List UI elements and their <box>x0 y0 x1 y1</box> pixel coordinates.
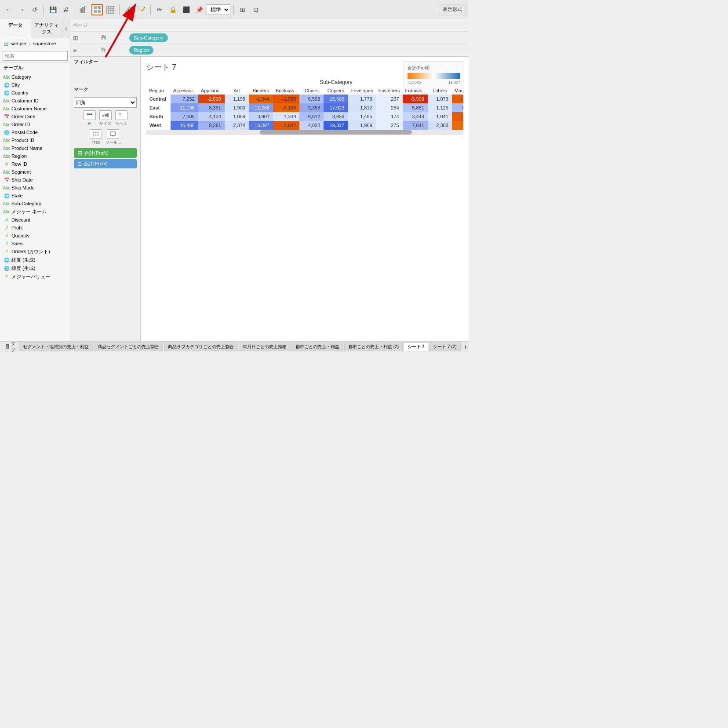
cell-value[interactable]: 16,097 <box>249 121 273 130</box>
marks-pill-color[interactable]: ⊞ 合計(Profit) <box>74 148 137 158</box>
marks-size-btn[interactable]: サイズ <box>99 110 112 127</box>
cell-value[interactable]: -2,639 <box>198 95 225 103</box>
marks-pill-table[interactable]: ⊟ 合計(Profit) <box>74 159 137 168</box>
field-ShipDate[interactable]: 📅 Ship Date <box>0 176 70 184</box>
cell-value[interactable]: 4,028 <box>299 121 324 130</box>
marks-type-select[interactable]: 四角 <box>74 97 137 108</box>
cell-value[interactable]: 237 <box>376 95 403 103</box>
cell-value[interactable]: 1,900 <box>225 103 249 112</box>
sidebar-collapse-btn[interactable]: ‹ <box>62 19 70 38</box>
columns-pill[interactable]: Sub-Category <box>129 33 168 42</box>
cell-value[interactable]: 275 <box>376 121 403 130</box>
field-Longitude[interactable]: 🌐 経度 (生成) <box>0 256 70 264</box>
cell-value[interactable]: 1,812 <box>348 103 375 112</box>
cell-value[interactable]: -1,486 <box>452 95 463 103</box>
cell-value[interactable]: 2,374 <box>225 121 249 130</box>
toolbar-chart2-btn[interactable] <box>91 4 103 15</box>
cell-value[interactable]: -1,647 <box>273 121 299 130</box>
field-PostalCode[interactable]: 🌐 Postal Code <box>0 128 70 136</box>
cell-value[interactable]: -1,168 <box>273 103 299 112</box>
cell-value[interactable]: 3,901 <box>249 112 273 121</box>
cell-value[interactable]: 3,443 <box>403 112 428 121</box>
field-City[interactable]: 🌐 City <box>0 81 70 89</box>
cell-value[interactable]: -1,439 <box>452 112 463 121</box>
cell-value[interactable]: 17,023 <box>324 103 348 112</box>
cell-value[interactable]: 1,073 <box>428 95 452 103</box>
field-Sales[interactable]: # Sales <box>0 240 70 248</box>
rows-pill[interactable]: Region <box>129 46 153 55</box>
datasource-tab[interactable]: 🗄 データソース <box>2 341 19 352</box>
cell-value[interactable]: 2,303 <box>428 121 452 130</box>
marks-detail-btn[interactable]: 詳細 <box>90 129 102 146</box>
cell-value[interactable]: 15,609 <box>324 95 348 103</box>
field-Profit[interactable]: # Profit <box>0 224 70 232</box>
cell-value[interactable]: 1,778 <box>348 95 375 103</box>
toolbar-link-btn[interactable]: 🔗 <box>123 4 134 15</box>
toolbar-text-btn[interactable]: 📝 <box>136 4 147 15</box>
table-row[interactable]: East11,1968,3911,90011,268-1,1689,35817,… <box>146 103 463 112</box>
field-OrdersCount[interactable]: # Orders (カウント) <box>0 248 70 256</box>
toolbar-print-btn[interactable]: 🖨 <box>60 4 72 15</box>
bottom-tab-item[interactable]: シート 7 (2) <box>429 342 460 351</box>
bottom-tab-item[interactable]: セグメント・地域別の売上・利益 <box>19 342 93 351</box>
cell-value[interactable]: 7,252 <box>171 95 198 103</box>
field-Category[interactable]: Abc Category <box>0 73 70 81</box>
cell-value[interactable]: 1,195 <box>225 95 249 103</box>
toolbar-back-btn[interactable]: ← <box>3 4 14 15</box>
bottom-tab-item[interactable]: 商品サブカテゴリごとの売上割合 <box>164 342 238 351</box>
cell-value[interactable]: 264 <box>376 103 403 112</box>
cell-value[interactable]: 1,909 <box>348 121 375 130</box>
field-CustomerID[interactable]: Abc Customer ID <box>0 97 70 105</box>
toolbar-pen-btn[interactable]: ✏ <box>154 4 165 15</box>
search-input[interactable] <box>3 51 68 61</box>
cell-value[interactable]: 3,659 <box>324 112 348 121</box>
field-Region[interactable]: Abc Region <box>0 152 70 160</box>
field-OrderDate[interactable]: 📅 Order Date <box>0 113 70 120</box>
bottom-tab-item[interactable]: 商品セグメントごとの売上割合 <box>94 342 163 351</box>
toolbar-highlight-btn[interactable]: ⬛ <box>180 4 192 15</box>
field-ProductName[interactable]: Abc Product Name <box>0 144 70 152</box>
toolbar-pin-btn[interactable]: 📌 <box>193 4 205 15</box>
toolbar-eraser-btn[interactable]: 🔒 <box>167 4 178 15</box>
marks-color-btn[interactable]: 色 <box>84 110 96 127</box>
cell-value[interactable]: 1,129 <box>428 103 452 112</box>
cell-value[interactable]: 1,041 <box>428 112 452 121</box>
toolbar-fit-btn[interactable]: ⊡ <box>250 4 262 15</box>
table-row[interactable]: Central7,252-2,6391,195-1,044-1,9986,593… <box>146 95 463 103</box>
field-ProductID[interactable]: Abc Product ID <box>0 136 70 144</box>
bottom-tab-item[interactable]: 年月日ごとの売上推移 <box>239 342 291 351</box>
field-Quantity[interactable]: # Quantity <box>0 232 70 240</box>
toolbar-forward-btn[interactable]: → <box>16 4 27 15</box>
field-Country[interactable]: 🌐 Country <box>0 89 70 97</box>
tab-add-icon[interactable]: + <box>461 342 469 351</box>
field-MajorValue[interactable]: # メジャーバリュー <box>0 273 70 281</box>
cell-value[interactable]: 6,593 <box>299 95 324 103</box>
field-OrderID[interactable]: Abc Order ID <box>0 120 70 128</box>
field-SubCategory[interactable]: Abc Sub-Category <box>0 200 70 207</box>
toolbar-refresh-btn[interactable]: ↺ <box>29 4 40 15</box>
cell-value[interactable]: -3,906 <box>403 95 428 103</box>
field-Latitude[interactable]: 🌐 緯度 (生成) <box>0 264 70 273</box>
cell-value[interactable]: 8,391 <box>198 103 225 112</box>
cell-value[interactable]: -1,044 <box>249 95 273 103</box>
cell-value[interactable]: 7,641 <box>403 121 428 130</box>
bottom-tab-item[interactable]: 都市ごとの売上・利益 <box>291 342 343 351</box>
cell-value[interactable]: 9,358 <box>299 103 324 112</box>
display-format-btn[interactable]: 表示形式 <box>439 4 466 15</box>
toolbar-chart3-btn[interactable] <box>105 4 116 15</box>
sidebar-tab-data[interactable]: データ <box>0 19 31 38</box>
field-CustomerName[interactable]: Abc Customer Name <box>0 105 70 113</box>
cell-value[interactable]: 1,059 <box>225 112 249 121</box>
bottom-tab-item[interactable]: 都市ごとの売上・利益 (2) <box>344 342 403 351</box>
marks-tooltip-btn[interactable]: ツール... <box>106 129 121 146</box>
cell-value[interactable]: 6,929 <box>452 103 463 112</box>
datasource-item[interactable]: ⊞ sample_-_superstore <box>0 38 70 49</box>
cell-value[interactable]: 8,261 <box>198 121 225 130</box>
toolbar-save-btn[interactable]: 💾 <box>47 4 58 15</box>
toolbar-grid-btn[interactable]: ⊞ <box>237 4 248 15</box>
field-ShipMode[interactable]: Abc Ship Mode <box>0 184 70 192</box>
cell-value[interactable]: 11,196 <box>171 103 198 112</box>
bottom-tab-item[interactable]: シート 7 <box>404 342 428 351</box>
table-row[interactable]: South7,0054,1241,0593,9011,3396,6123,659… <box>146 112 463 121</box>
field-State[interactable]: 🌐 State <box>0 192 70 200</box>
